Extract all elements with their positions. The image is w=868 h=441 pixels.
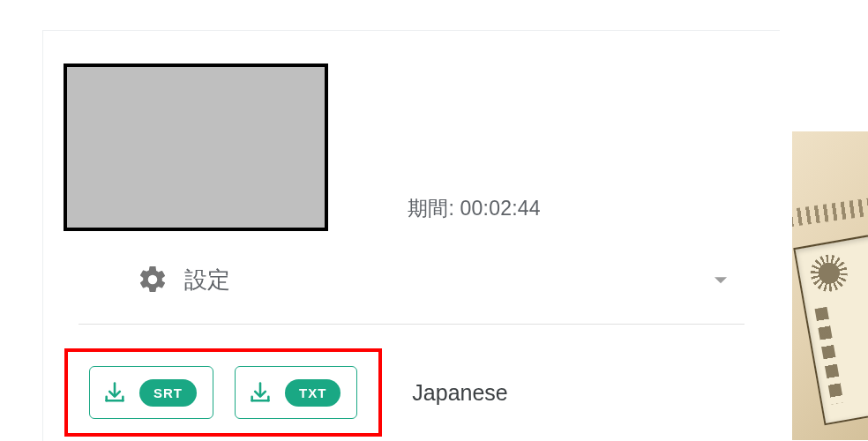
download-srt-button[interactable]: SRT <box>89 366 213 419</box>
downloads-area: SRT TXT Japanese <box>64 348 508 437</box>
video-thumbnail[interactable] <box>64 64 328 231</box>
chevron-down-icon <box>706 265 736 295</box>
download-txt-button[interactable]: TXT <box>235 366 357 419</box>
gear-icon <box>137 264 168 295</box>
page-root: 期間: 00:02:44 設定 SRT <box>0 0 868 441</box>
download-format-pill: TXT <box>285 379 340 407</box>
download-highlight: SRT TXT <box>64 348 382 437</box>
media-card: 期間: 00:02:44 設定 SRT <box>42 30 780 441</box>
download-icon <box>102 380 127 405</box>
settings-label: 設定 <box>184 265 230 295</box>
language-label: Japanese <box>412 380 507 406</box>
download-format-pill: SRT <box>139 379 197 407</box>
settings-expander[interactable]: 設定 <box>79 257 745 325</box>
duration-label: 期間: 00:02:44 <box>408 195 541 222</box>
download-icon <box>248 380 273 405</box>
side-preview-image <box>792 131 868 440</box>
duration-key: 期間 <box>408 197 448 220</box>
duration-value: 00:02:44 <box>460 197 541 220</box>
